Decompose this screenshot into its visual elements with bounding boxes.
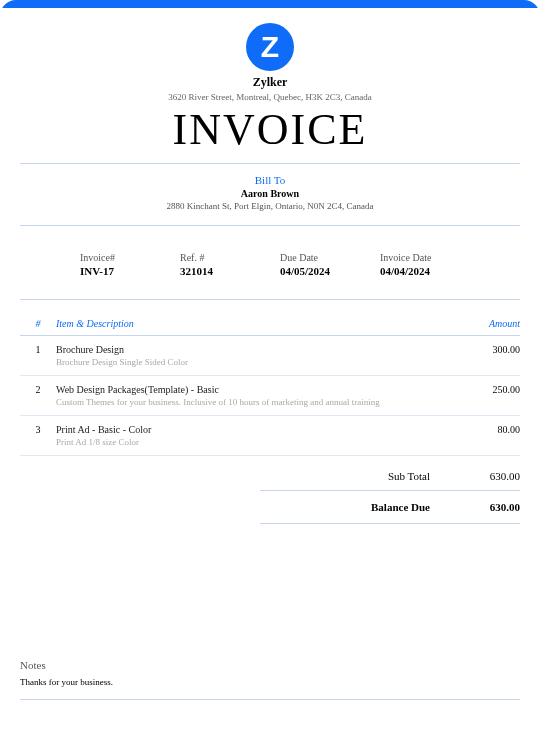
item-num: 2	[20, 384, 56, 407]
meta-value: 04/05/2024	[280, 265, 380, 277]
divider	[20, 163, 520, 164]
divider	[20, 225, 520, 226]
item-amount: 250.00	[450, 384, 520, 407]
item-desc: Brochure DesignBrochure Design Single Si…	[56, 344, 450, 367]
subtotal-value: 630.00	[430, 470, 520, 482]
notes-divider	[20, 699, 520, 700]
item-desc: Web Design Packages(Template) - BasicCus…	[56, 384, 450, 407]
bill-to-name: Aaron Brown	[20, 188, 520, 199]
item-num: 3	[20, 424, 56, 447]
subtotal-row: Sub Total 630.00	[20, 462, 520, 490]
meta-label: Due Date	[280, 252, 380, 263]
company-address: 3620 River Street, Montreal, Quebec, H3K…	[20, 92, 520, 102]
meta-value: 321014	[180, 265, 280, 277]
invoice-container: Z Zylker 3620 River Street, Montreal, Qu…	[0, 8, 540, 524]
header: Z Zylker 3620 River Street, Montreal, Qu…	[20, 23, 520, 155]
item-detail: Brochure Design Single Sided Color	[56, 357, 450, 367]
meta-ref: Ref. # 321014	[180, 252, 280, 277]
item-desc: Print Ad - Basic - ColorPrint Ad 1/8 siz…	[56, 424, 450, 447]
item-row: 3Print Ad - Basic - ColorPrint Ad 1/8 si…	[20, 416, 520, 456]
balance-value: 630.00	[430, 501, 520, 513]
meta-value: INV-17	[80, 265, 180, 277]
item-name: Brochure Design	[56, 344, 450, 355]
divider	[20, 299, 520, 300]
col-num-header: #	[20, 318, 56, 329]
item-amount: 300.00	[450, 344, 520, 367]
notes-label: Notes	[20, 659, 520, 671]
top-accent-bar	[0, 0, 540, 8]
meta-label: Ref. #	[180, 252, 280, 263]
company-name: Zylker	[20, 75, 520, 90]
col-desc-header: Item & Description	[56, 318, 450, 329]
item-row: 2Web Design Packages(Template) - BasicCu…	[20, 376, 520, 416]
notes-section: Notes Thanks for your business.	[20, 659, 520, 700]
item-detail: Custom Themes for your business. Inclusi…	[56, 397, 450, 407]
item-detail: Print Ad 1/8 size Color	[56, 437, 450, 447]
item-num: 1	[20, 344, 56, 367]
invoice-title: INVOICE	[20, 104, 520, 155]
meta-invoice-num: Invoice# INV-17	[80, 252, 180, 277]
subtotal-label: Sub Total	[320, 470, 430, 482]
balance-label: Balance Due	[320, 501, 430, 513]
notes-text: Thanks for your business.	[20, 677, 520, 687]
item-name: Print Ad - Basic - Color	[56, 424, 450, 435]
meta-row: Invoice# INV-17 Ref. # 321014 Due Date 0…	[20, 238, 520, 291]
item-amount: 80.00	[450, 424, 520, 447]
meta-label: Invoice#	[80, 252, 180, 263]
item-name: Web Design Packages(Template) - Basic	[56, 384, 450, 395]
bill-to-section: Bill To Aaron Brown 2880 Kinchant St, Po…	[20, 174, 520, 211]
bill-to-label: Bill To	[20, 174, 520, 186]
logo-letter: Z	[261, 30, 279, 64]
meta-invoice-date: Invoice Date 04/04/2024	[380, 252, 480, 277]
company-logo: Z	[246, 23, 294, 71]
bill-to-address: 2880 Kinchant St, Port Elgin, Ontario, N…	[20, 201, 520, 211]
meta-due-date: Due Date 04/05/2024	[280, 252, 380, 277]
col-amount-header: Amount	[450, 318, 520, 329]
meta-label: Invoice Date	[380, 252, 480, 263]
totals-section: Sub Total 630.00 Balance Due 630.00	[20, 462, 520, 524]
item-row: 1Brochure DesignBrochure Design Single S…	[20, 336, 520, 376]
items-body: 1Brochure DesignBrochure Design Single S…	[20, 336, 520, 456]
items-header: # Item & Description Amount	[20, 312, 520, 336]
balance-row: Balance Due 630.00	[260, 490, 520, 524]
meta-value: 04/04/2024	[380, 265, 480, 277]
